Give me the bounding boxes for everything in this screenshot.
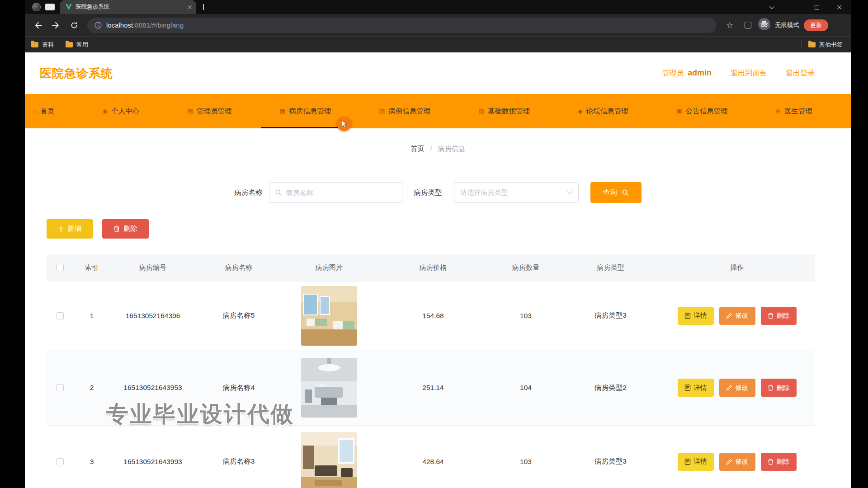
edit-button[interactable]: 修改 (719, 453, 755, 471)
nav-label: 论坛信息管理 (586, 107, 628, 116)
doctor-manage-icon: ⊕ (775, 108, 781, 115)
edit-label: 修改 (736, 457, 749, 466)
back-button[interactable] (30, 18, 46, 33)
edit-button[interactable]: 修改 (719, 379, 755, 397)
row-checkbox[interactable] (57, 312, 64, 319)
nav-item-admin-manage[interactable]: ▤ 管理员管理 (187, 94, 232, 128)
row-checkbox[interactable] (57, 384, 64, 391)
incognito-avatar[interactable] (758, 18, 770, 32)
new-tab-button[interactable] (196, 0, 211, 14)
reload-icon (70, 21, 78, 29)
cell-type: 病房类型2 (594, 383, 627, 393)
table-toolbar: 新增 删除 (25, 219, 851, 239)
incognito-icon (758, 18, 770, 30)
breadcrumb-home[interactable]: 首页 (410, 145, 424, 152)
nav-item-forum-info[interactable]: ◆ 论坛信息管理 (578, 94, 628, 128)
nav-label: 医生管理 (784, 107, 812, 116)
chrome-update-button[interactable]: 更新 (804, 19, 828, 31)
col-header: 病房数量 (512, 263, 539, 272)
plus-icon (201, 4, 207, 10)
site-logo[interactable]: 医院急诊系统 (40, 66, 113, 81)
forward-button[interactable] (48, 18, 64, 33)
notice-info-icon: ▣ (676, 108, 682, 115)
detail-button[interactable]: 详情 (678, 307, 714, 325)
current-user: 管理员 admin (662, 68, 712, 78)
bookmark-folder[interactable]: 资料 (31, 41, 54, 49)
nav-item-base-data[interactable]: ▨ 基础数据管理 (478, 94, 530, 128)
browser-tab[interactable]: 医院急诊系统 (60, 0, 196, 14)
nav-label: 首页 (40, 107, 54, 116)
ward-name-field (269, 182, 402, 203)
nav-item-home[interactable]: ⌂ 首页 (33, 94, 54, 128)
tab-search-button[interactable] (760, 0, 783, 14)
query-button[interactable]: 查询 (590, 182, 642, 203)
col-header: 病房类型 (597, 263, 624, 272)
cell-ward-no: 16513052164396 (126, 312, 180, 320)
trash-icon (113, 225, 120, 232)
row-checkbox[interactable] (57, 458, 64, 465)
col-header: 病房价格 (420, 263, 447, 272)
reload-button[interactable] (66, 18, 82, 33)
cell-index: 1 (90, 312, 94, 320)
nav-item-profile[interactable]: ◉ 个人中心 (102, 94, 139, 128)
detail-button[interactable]: 详情 (678, 453, 714, 471)
nav-label: 公告信息管理 (686, 107, 728, 116)
detail-button[interactable]: 详情 (678, 379, 714, 397)
nav-item-case-info[interactable]: ▧ 病例信息管理 (379, 94, 430, 128)
bookmark-star-button[interactable]: ☆ (722, 18, 737, 33)
table-row: 2 165130521643953 病房名称4 251.14 104 病房类型2 (47, 350, 815, 426)
row-delete-button[interactable]: 删除 (761, 379, 797, 397)
url-host: localhost (106, 21, 133, 29)
col-header: 操作 (730, 263, 744, 272)
cell-type: 病房类型3 (594, 311, 627, 320)
detail-label: 详情 (694, 384, 707, 392)
room-photo (301, 286, 357, 346)
other-bookmarks-button[interactable]: 其他书签 (808, 41, 843, 49)
search-form: 病房名称 病房类型 请选择病房类型 查询 (25, 182, 851, 203)
logout-link[interactable]: 退出登录 (786, 69, 815, 78)
select-all-checkbox[interactable] (57, 264, 64, 271)
browser-window: 医院急诊系统 localhost:8081/#/bingfang (25, 0, 851, 488)
room-photo (301, 358, 357, 418)
main-nav: ⌂ 首页 ◉ 个人中心 ▤ 管理员管理 ▦ 病房信息管理 (25, 94, 851, 128)
side-panel-icon (745, 22, 751, 28)
exit-to-front-link[interactable]: 退出到前台 (731, 69, 767, 78)
side-panel-button[interactable] (740, 18, 755, 33)
window-minimize-button[interactable] (783, 0, 806, 14)
back-arrow-icon (34, 21, 42, 29)
col-header: 索引 (85, 263, 99, 272)
window-close-button[interactable] (828, 0, 851, 14)
nav-item-ward-info[interactable]: ▦ 病房信息管理 (279, 94, 331, 128)
globe-icon[interactable] (32, 3, 41, 11)
edit-button[interactable]: 修改 (719, 307, 755, 325)
nav-item-doctor-manage[interactable]: ⊕ 医生管理 (775, 94, 812, 128)
ward-type-select[interactable]: 请选择病房类型 (454, 182, 579, 203)
bookmark-folder[interactable]: 常用 (66, 41, 88, 49)
col-header: 病房名称 (225, 263, 252, 272)
screen-icon[interactable] (45, 4, 55, 10)
pencil-icon (726, 459, 732, 465)
site-info-icon[interactable] (94, 22, 102, 29)
search-icon (622, 189, 629, 196)
breadcrumb-separator: / (430, 145, 432, 152)
bookmarks-bar: 资料 常用 其他书签 (25, 36, 851, 52)
vue-favicon-icon (66, 4, 72, 10)
window-maximize-button[interactable] (806, 0, 828, 14)
address-bar[interactable]: localhost:8081/#/bingfang (87, 18, 717, 33)
col-header: 病房编号 (139, 263, 166, 272)
breadcrumb-current: 病房信息 (438, 145, 465, 152)
bookmark-label: 常用 (76, 41, 88, 49)
delete-button[interactable]: 删除 (102, 219, 149, 239)
row-delete-button[interactable]: 删除 (761, 453, 797, 471)
base-data-icon: ▨ (478, 108, 484, 115)
nav-item-notice-info[interactable]: ▣ 公告信息管理 (676, 94, 727, 128)
cell-ward-name: 病房名称4 (223, 383, 255, 393)
tab-title: 医院急诊系统 (75, 3, 184, 11)
admin-manage-icon: ▤ (187, 108, 193, 115)
ward-name-input[interactable] (286, 189, 396, 197)
row-delete-button[interactable]: 删除 (761, 307, 797, 325)
add-button[interactable]: 新增 (47, 219, 93, 239)
browser-menu-button[interactable] (831, 21, 840, 29)
table-row: 3 165130521643993 病房名称3 428.64 103 病房类型3 (47, 426, 815, 488)
tab-close-icon[interactable] (188, 5, 192, 9)
